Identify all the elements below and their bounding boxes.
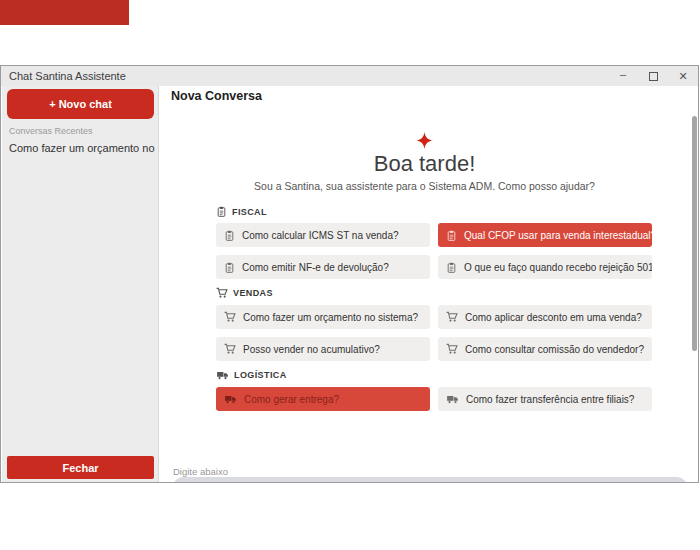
- chat-dialog-window: Chat Santina Assistente – ✕ + Novo chat …: [0, 65, 699, 483]
- document-icon: [446, 262, 457, 273]
- suggestion-label: Qual CFOP usar para venda interestadual?: [464, 230, 652, 241]
- main-panel: Nova Conversa Boa tarde! Sou a Santina, …: [160, 86, 699, 483]
- suggestion-button[interactable]: Como aplicar desconto em uma venda?: [438, 305, 652, 329]
- suggestion-label: Como gerar entrega?: [244, 394, 339, 405]
- suggestion-label: Como emitir NF-e de devolução?: [242, 262, 389, 273]
- suggestion-label: O que eu faço quando recebo rejeição 501…: [464, 262, 652, 273]
- section-grid: Como gerar entrega?Como fazer transferên…: [216, 387, 652, 411]
- suggestion-label: Como fazer transferência entre filiais?: [466, 394, 634, 405]
- sidebar: + Novo chat Conversas Recentes Como faze…: [2, 86, 159, 483]
- suggestion-sections: FISCALComo calcular ICMS ST na venda?Qua…: [216, 198, 652, 411]
- section-grid: Como fazer um orçamento no sistema?Como …: [216, 305, 652, 361]
- sparkle-icon: [160, 132, 689, 153]
- suggestion-label: Como fazer um orçamento no sistema?: [243, 312, 418, 323]
- section-header-fiscal: FISCAL: [216, 206, 652, 217]
- cart-icon: [446, 311, 458, 323]
- recent-conversations-label: Conversas Recentes: [9, 126, 93, 136]
- window-titlebar: Chat Santina Assistente – ✕: [1, 66, 698, 86]
- suggestion-label: Como calcular ICMS ST na venda?: [242, 230, 399, 241]
- section-header-vendas: VENDAS: [216, 287, 652, 299]
- truck-icon: [216, 369, 229, 381]
- cart-icon: [216, 287, 228, 299]
- section-title: VENDAS: [233, 288, 273, 298]
- input-label: Digite abaixo: [173, 466, 228, 477]
- page-title: Nova Conversa: [171, 89, 262, 103]
- document-icon: [446, 230, 457, 241]
- section-title: LOGÍSTICA: [234, 370, 287, 380]
- minimize-button[interactable]: –: [608, 66, 638, 86]
- suggestion-button[interactable]: Posso vender no acumulativo?: [216, 337, 430, 361]
- suggestion-label: Como aplicar desconto em uma venda?: [465, 312, 642, 323]
- document-icon: [224, 262, 235, 273]
- suggestion-button[interactable]: Como fazer um orçamento no sistema?: [216, 305, 430, 329]
- suggestion-button[interactable]: Como calcular ICMS ST na venda?: [216, 223, 430, 247]
- screen: Chat Santina Assistente – ✕ + Novo chat …: [0, 0, 700, 550]
- cart-icon: [224, 343, 236, 355]
- greeting-text: Boa tarde!: [160, 151, 689, 177]
- message-input[interactable]: [173, 477, 687, 483]
- assistant-subtitle: Sou a Santina, sua assistente para o Sis…: [160, 180, 689, 192]
- section-header-logística: LOGÍSTICA: [216, 369, 652, 381]
- suggestion-label: Posso vender no acumulativo?: [243, 344, 380, 355]
- window-title: Chat Santina Assistente: [1, 70, 608, 82]
- truck-icon: [224, 393, 237, 405]
- scrollbar-thumb[interactable]: [692, 116, 697, 351]
- cart-icon: [224, 311, 236, 323]
- suggestion-button[interactable]: Como fazer transferência entre filiais?: [438, 387, 652, 411]
- close-window-button[interactable]: ✕: [668, 66, 698, 86]
- suggestion-button[interactable]: Como gerar entrega?: [216, 387, 430, 411]
- conversation-list-item[interactable]: Como fazer um orçamento no s...: [9, 142, 155, 154]
- section-title: FISCAL: [232, 207, 267, 217]
- suggestion-button[interactable]: Como emitir NF-e de devolução?: [216, 255, 430, 279]
- suggestion-button[interactable]: Qual CFOP usar para venda interestadual?: [438, 223, 652, 247]
- suggestion-button[interactable]: O que eu faço quando recebo rejeição 501…: [438, 255, 652, 279]
- document-icon: [224, 230, 235, 241]
- maximize-icon: [649, 72, 658, 81]
- close-chat-button[interactable]: Fechar: [7, 456, 154, 479]
- new-chat-button[interactable]: + Novo chat: [7, 89, 154, 119]
- document-icon: [216, 206, 227, 217]
- section-grid: Como calcular ICMS ST na venda?Qual CFOP…: [216, 223, 652, 279]
- truck-icon: [446, 393, 459, 405]
- suggestion-button[interactable]: Como consultar comissão do vendedor?: [438, 337, 652, 361]
- background-red-fragment: [0, 0, 129, 25]
- suggestion-label: Como consultar comissão do vendedor?: [465, 344, 644, 355]
- maximize-button[interactable]: [638, 66, 668, 86]
- cart-icon: [446, 343, 458, 355]
